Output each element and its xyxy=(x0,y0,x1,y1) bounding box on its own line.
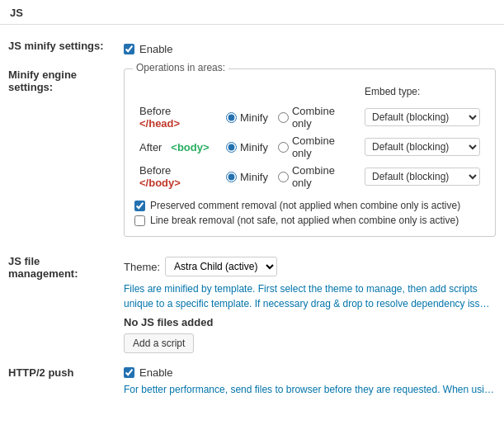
js-minify-label: JS minify settings: xyxy=(8,40,104,52)
preserved-comment-checkbox[interactable] xyxy=(134,201,145,211)
position-before-head: Before xyxy=(139,105,171,117)
http2-label: HTTP/2 push xyxy=(8,366,73,379)
js-file-info-text: Files are minified by template. First se… xyxy=(124,281,496,311)
add-script-button[interactable]: Add a script xyxy=(124,333,194,353)
combine-only-label-body-close: Combine only xyxy=(292,164,355,189)
minify-radio-body-close[interactable] xyxy=(226,172,237,182)
page-title: JS xyxy=(0,0,504,25)
minify-label-body-open: Minify xyxy=(240,141,268,153)
minify-engine-label: Minify engine settings: xyxy=(8,68,77,93)
theme-select[interactable]: Astra Child (active) Astra Default xyxy=(165,257,277,276)
position-after-body: After xyxy=(139,141,162,153)
combine-only-radio-body-close[interactable] xyxy=(278,172,289,182)
embed-type-select-head[interactable]: Default (blocking) xyxy=(365,108,480,126)
tag-body-open: <body> xyxy=(171,141,209,153)
table-row: Before </body> Minify xyxy=(134,162,485,191)
js-minify-checkbox[interactable] xyxy=(124,44,134,54)
position-before-body-close: Before xyxy=(139,164,171,177)
embed-type-header: Embed type: xyxy=(360,84,485,102)
combine-only-radio-head[interactable] xyxy=(278,112,289,123)
no-files-text: No JS files added xyxy=(124,316,496,328)
js-minify-enable-label: Enable xyxy=(139,43,172,55)
preserved-comment-label: Preserved comment removal (not applied w… xyxy=(150,200,460,211)
embed-type-select-body-open[interactable]: Default (blocking) xyxy=(365,138,480,156)
combine-only-label-body-open: Combine only xyxy=(292,135,355,159)
combine-only-radio-body-open[interactable] xyxy=(278,142,289,153)
tag-head: </head> xyxy=(139,117,180,130)
http2-checkbox[interactable] xyxy=(124,367,134,378)
minify-label-body-close: Minify xyxy=(240,171,268,183)
minify-radio-body-open[interactable] xyxy=(226,142,237,153)
fieldset-legend: Operations in areas: xyxy=(133,62,228,73)
combine-only-label-head: Combine only xyxy=(292,105,355,130)
embed-type-select-body-close[interactable]: Default (blocking) xyxy=(365,168,480,186)
tag-body-close: </body> xyxy=(139,177,181,189)
http2-enable-label: Enable xyxy=(139,366,172,379)
minify-radio-head[interactable] xyxy=(226,112,237,123)
table-row: Before </head> Minify xyxy=(134,102,485,132)
theme-label: Theme: xyxy=(124,261,160,273)
http2-info-text: For better performance, send files to br… xyxy=(124,382,496,397)
minify-label-head: Minify xyxy=(240,111,268,124)
table-row: After <body> Minify xyxy=(134,132,485,162)
line-break-label: Line break removal (not safe, not applie… xyxy=(150,215,459,226)
js-file-label: JS file management: xyxy=(8,255,78,280)
line-break-checkbox[interactable] xyxy=(134,215,145,226)
